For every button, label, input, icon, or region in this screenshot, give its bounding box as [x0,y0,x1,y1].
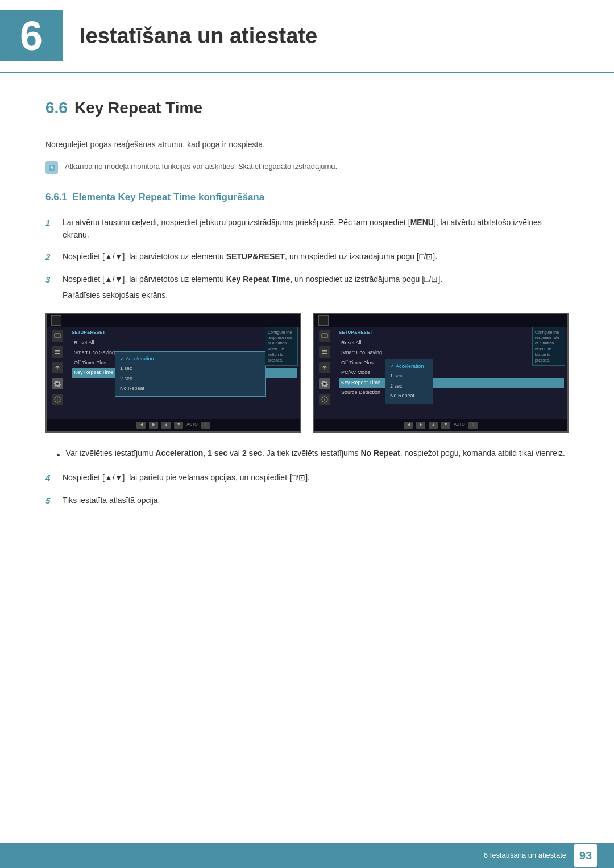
sidebar-icon-gear2 [319,378,330,389]
submenu-1sec-1: 1 sec [115,364,265,374]
svg-rect-15 [322,351,327,352]
sidebar-icon-display [52,330,63,342]
bottom-btn-right-1: ▶ [149,422,158,429]
svg-point-9 [56,383,59,385]
menu-item-reset-2: Reset All [339,338,564,348]
auto-label-2: AUTO [454,422,464,428]
subsection-number: 6.6.1 [45,192,67,202]
step-2: 2 Nospiediet [▲/▼], lai pārvietotos uz e… [45,250,569,264]
screen-top-bar-1 [47,314,300,327]
section-title-text: Key Repeat Time [74,99,202,117]
pencil-icon: ✎ [48,164,56,172]
bottom-btn-left-1: ◀ [136,422,146,429]
step-text-1: Lai atvērtu taustiņu ceļvedi, nospiediet… [63,216,569,242]
menu-item-key-repeat-2: Key Repeat Time [339,378,564,388]
menu-item-timer-2: Off Timer Plus [339,358,564,368]
screens-container: i SETUP&RESET Reset All Smart Eco Saving… [45,313,569,433]
screen-content-1: i SETUP&RESET Reset All Smart Eco Saving… [47,327,300,419]
bullet-dot: • [57,448,60,463]
screen-top-bar-2 [314,314,567,327]
note-text: Atkarībā no modeļa monitora funkcijas va… [65,161,337,172]
side-info-2: Configure the response rate of a button … [532,327,565,366]
bullet-list: • Var izvēlēties iestatījumu Acceleratio… [57,447,569,463]
step-text-3: Nospiediet [▲/▼], lai pārvietotos uz ele… [63,275,442,284]
chapter-title: Iestatīšana un atiestate [80,20,317,52]
step-subtext-3: Parādīsies sekojošais ekrāns. [63,289,442,301]
setup-reset-ref: SETUP&RESET [226,252,285,261]
note-icon: ✎ [45,161,58,174]
screen-content-2: i SETUP&RESET Reset All Smart Eco Saving… [314,327,567,419]
step-4: 4 Nospiediet [▲/▼], lai pārietu pie vēla… [45,471,569,485]
submenu-2sec-2: 2 sec [385,381,433,392]
submenu-2sec-1: 2 sec [115,374,265,384]
bottom-btn-down-2: ▼ [441,422,450,429]
sidebar-icon-info2: i [319,394,330,405]
svg-rect-2 [55,334,60,338]
screen-sidebar-1: i [47,327,68,419]
submenu-norepeat-2: No Repeat [385,391,433,401]
menu-item-pcav-2: PC/AV Mode [339,368,564,378]
intro-text: Noregulējiet pogas reaģēšanas ātrumu, ka… [45,139,569,151]
screen-menu-icon-2 [318,315,329,326]
svg-text:i: i [57,397,58,402]
submenu-acceleration-2: ✓ Acceleration [385,362,433,372]
bottom-btn-circle-1: ○ [201,422,210,429]
step-5: 5 Tiks iestatīta atlasītā opcija. [45,494,569,508]
bottom-btn-circle-2: ○ [468,422,478,429]
menu-key: MENU [410,218,434,227]
bottom-btn-up-2: ▲ [429,422,438,429]
screen-bottom-bar-1: ◀ ▶ ▲ ▼ AUTO ○ [47,419,300,431]
key-repeat-time-ref: Key Repeat Time [226,275,291,284]
sidebar-icon-menu2 [319,346,330,358]
svg-rect-4 [55,350,60,351]
note-box: ✎ Atkarībā no modeļa monitora funkcijas … [45,161,569,174]
svg-rect-14 [322,350,327,351]
chapter-header: 6 Iestatīšana un atiestate [0,0,614,73]
bottom-btn-right-2: ▶ [416,422,425,429]
section-title: 6.6Key Repeat Time [45,96,569,124]
steps-4-5-list: 4 Nospiediet [▲/▼], lai pārietu pie vēla… [45,471,569,507]
screen-sim-2: i SETUP&RESET Reset All Smart Eco Saving… [313,313,569,433]
chapter-number: 6 [0,10,63,61]
footer-text: 6 Iestatīšana un atiestate [484,850,566,861]
step-number-4: 4 [45,472,56,485]
step-number-5: 5 [45,495,56,508]
page-footer: 6 Iestatīšana un atiestate 93 [0,843,614,868]
svg-point-19 [323,383,326,385]
page-number: 93 [574,844,597,867]
setup-label-1: SETUP&RESET [72,329,297,336]
step-1: 1 Lai atvērtu taustiņu ceļvedi, nospiedi… [45,216,569,242]
screen-menu-icon-1 [51,315,61,326]
svg-rect-16 [322,353,327,354]
subsection-title-text: Elementa Key Repeat Time konfigurēšana [72,192,264,202]
sidebar-icon-display-2 [319,330,330,342]
screen-main-1: SETUP&RESET Reset All Smart Eco Saving O… [68,327,300,419]
screen-bottom-bar-2: ◀ ▶ ▲ ▼ AUTO ○ [314,419,567,431]
auto-label-1: AUTO [186,422,197,428]
screen-sidebar-2: i [314,327,335,419]
steps-list: 1 Lai atvērtu taustiņu ceļvedi, nospiedi… [45,216,569,302]
step-text-3-container: Nospiediet [▲/▼], lai pārvietotos uz ele… [63,273,442,302]
bottom-btn-down-1: ▼ [174,422,183,429]
menu-item-reset-all-1: Reset All [72,338,297,348]
sidebar-icon-settings2 [319,362,330,373]
svg-text:✎: ✎ [50,165,54,171]
step-text-4: Nospiediet [▲/▼], lai pārietu pie vēlamā… [63,471,310,484]
side-info-1: Configure the response rate of a button … [265,327,298,366]
svg-rect-6 [55,353,60,354]
step-text-5: Tiks iestatīta atlasītā opcija. [63,494,160,506]
svg-point-18 [323,367,325,368]
step-number-1: 1 [45,217,56,230]
submenu-norepeat-1: No Repeat [115,384,265,394]
screen-sim-1: i SETUP&RESET Reset All Smart Eco Saving… [45,313,301,433]
step-number-2: 2 [45,251,56,264]
sidebar-icon-menu1 [52,346,63,358]
bottom-btn-up-1: ▲ [161,422,171,429]
bullet-item-1: • Var izvēlēties iestatījumu Acceleratio… [57,447,569,463]
step-3: 3 Nospiediet [▲/▼], lai pārvietotos uz e… [45,273,569,302]
submenu-1: Acceleration 1 sec 2 sec No Repeat [115,351,266,397]
menu-item-eco-2: Smart Eco SavingOff [339,348,564,358]
subsection-title: 6.6.1 Elementa Key Repeat Time konfigurē… [45,190,569,205]
svg-rect-3 [56,338,59,338]
submenu-2: ✓ Acceleration 1 sec 2 sec No Repeat [385,359,433,404]
